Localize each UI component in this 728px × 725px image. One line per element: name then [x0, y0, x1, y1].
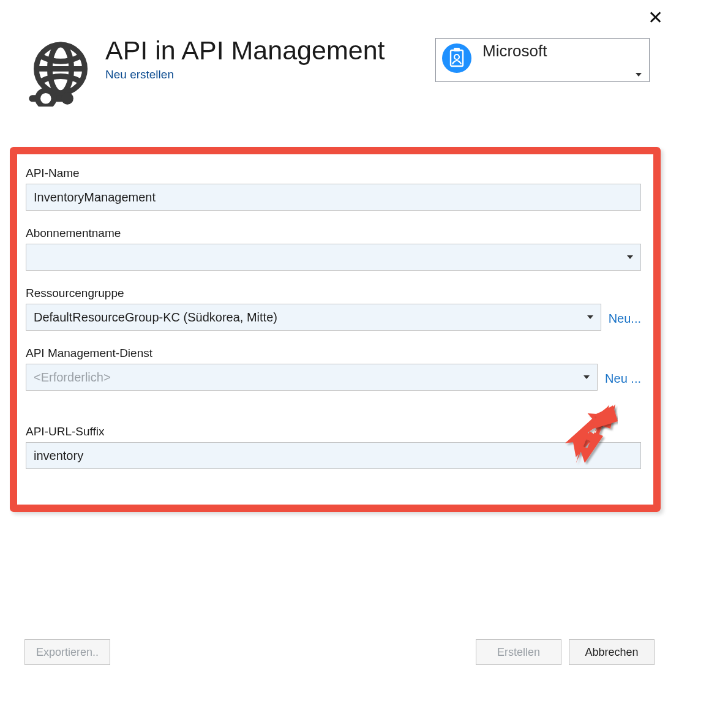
url-suffix-input[interactable]	[26, 442, 641, 469]
close-icon[interactable]: ✕	[648, 9, 663, 27]
form-highlight-box: API-Name Abonnementname Ressourcengruppe…	[10, 147, 661, 512]
chevron-down-icon	[636, 73, 642, 77]
create-button[interactable]: Erstellen	[476, 639, 561, 665]
apim-service-label: API Management-Dienst	[26, 347, 598, 360]
api-management-dialog: ✕ API in API Management Neu erstellen	[0, 0, 728, 725]
subscription-label: Abonnementname	[26, 227, 641, 240]
svg-rect-7	[454, 48, 460, 51]
subscription-select[interactable]	[26, 244, 641, 271]
chevron-down-icon	[627, 255, 633, 259]
resource-group-select[interactable]: DefaultResourceGroup-KC (Südkorea, Mitte…	[26, 304, 601, 331]
export-button[interactable]: Exportieren..	[24, 639, 110, 665]
chevron-down-icon	[584, 375, 590, 379]
apim-service-placeholder: <Erforderlich>	[34, 370, 111, 385]
apim-service-new-link[interactable]: Neu ...	[605, 372, 641, 385]
globe-api-icon	[27, 39, 94, 109]
cancel-button[interactable]: Abbrechen	[569, 639, 655, 665]
apim-service-select[interactable]: <Erforderlich>	[26, 364, 598, 391]
resource-group-label: Ressourcengruppe	[26, 287, 601, 300]
account-avatar-icon	[442, 43, 471, 73]
url-suffix-label: API-URL-Suffix	[26, 425, 641, 438]
resource-group-value: DefaultResourceGroup-KC (Südkorea, Mitte…	[34, 310, 277, 325]
dialog-footer: Exportieren.. Erstellen Abbrechen	[24, 639, 655, 665]
svg-point-4	[38, 91, 54, 107]
account-label: Microsoft	[482, 42, 547, 60]
api-name-label: API-Name	[26, 167, 641, 180]
chevron-down-icon	[587, 315, 593, 319]
resource-group-new-link[interactable]: Neu...	[609, 312, 641, 325]
svg-point-5	[61, 92, 73, 105]
svg-point-8	[454, 54, 459, 59]
api-name-input[interactable]	[26, 184, 641, 211]
account-selector[interactable]: Microsoft	[435, 38, 650, 82]
